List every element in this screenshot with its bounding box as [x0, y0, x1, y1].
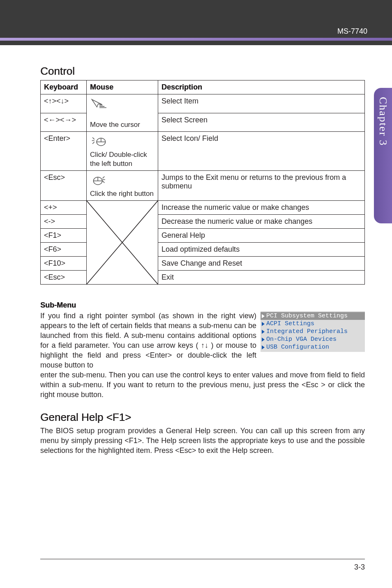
kbd-left-right: <←><→> [41, 113, 87, 132]
submenu-heading: Sub-Menu [40, 301, 365, 310]
mouse-left-click-label: Click/ Double-click the left button [90, 150, 154, 168]
submenu-example-box: PCI Subsystem Settings ACPI Settings Int… [261, 311, 365, 352]
desc-exit: Exit [158, 271, 365, 285]
svg-line-11 [103, 181, 105, 183]
table-row: <Enter> Click/ Double-click the left but… [41, 132, 365, 171]
pointer-icon [262, 330, 265, 334]
footer-rule [40, 559, 365, 560]
kbd-minus: <-> [41, 215, 87, 229]
submenu-item-usb: USB Configuration [261, 343, 365, 351]
kbd-plus: <+> [41, 201, 87, 215]
submenu-item-label: Integrated Peripherals [266, 328, 348, 335]
mouse-left-click-icon [90, 134, 109, 148]
table-row: <↑><↓> Move the cursor Select Item [41, 94, 365, 113]
mouse-cursor-cell: Move the cursor [87, 94, 158, 132]
svg-line-9 [103, 177, 105, 179]
control-table: Keyboard Mouse Description <↑><↓> Move t… [40, 80, 365, 285]
submenu-item-peripherals: Integrated Peripherals [261, 328, 365, 335]
mouse-right-click-icon [90, 173, 109, 187]
header: MS-7740 [0, 0, 392, 45]
page: MS-7740 Chapter 3 Control Keyboard Mouse… [0, 0, 392, 588]
control-heading: Control [40, 65, 365, 78]
mouse-right-click-label: Click the right button [90, 189, 154, 198]
pointer-icon [262, 345, 265, 349]
submenu-paragraph-2: enter the sub-menu. Then you can use the… [40, 370, 365, 400]
kbd-esc-2: <Esc> [41, 271, 87, 285]
desc-save-reset: Save Change and Reset [158, 257, 365, 271]
mouse-right-click-cell: Click the right button [87, 170, 158, 200]
desc-load-defaults: Load optimized defaults [158, 243, 365, 257]
desc-select-icon-field: Select Icon/ Field [158, 132, 365, 171]
general-help-paragraph: The BIOS setup program provides a Genera… [40, 426, 365, 456]
desc-general-help: General Help [158, 229, 365, 243]
kbd-f10: <F10> [41, 257, 87, 271]
submenu-item-label: On-Chip VGA Devices [266, 336, 337, 343]
desc-select-screen: Select Screen [158, 113, 365, 132]
col-description: Description [158, 80, 365, 94]
table-header-row: Keyboard Mouse Description [41, 80, 365, 94]
table-row: <+> Increase the numeric value or make c… [41, 201, 365, 215]
submenu-item-acpi: ACPI Settings [261, 320, 365, 328]
kbd-f1: <F1> [41, 229, 87, 243]
general-help-heading: General Help <F1> [40, 411, 365, 424]
kbd-f6: <F6> [41, 243, 87, 257]
no-mouse-cell [87, 201, 158, 285]
svg-line-5 [92, 142, 95, 144]
chapter-tab: Chapter 3 [374, 88, 392, 223]
mouse-move-label: Move the cursor [90, 120, 154, 129]
desc-increase: Increase the numeric value or make chang… [158, 201, 365, 215]
model-number: MS-7740 [337, 27, 367, 36]
svg-line-3 [92, 138, 95, 140]
submenu-item-label: USB Configuration [266, 344, 329, 351]
kbd-enter: <Enter> [41, 132, 87, 171]
desc-decrease: Decrease the numeric value or make chang… [158, 215, 365, 229]
header-divider [0, 38, 392, 41]
pointer-icon [262, 322, 265, 326]
kbd-up-down: <↑><↓> [41, 94, 87, 113]
chapter-tab-label: Chapter 3 [377, 97, 389, 146]
submenu-item-label: PCI Subsystem Settings [266, 312, 348, 319]
col-keyboard: Keyboard [41, 80, 87, 94]
kbd-esc-1: <Esc> [41, 170, 87, 200]
submenu-item-vga: On-Chip VGA Devices [261, 335, 365, 343]
submenu-item-label: ACPI Settings [266, 320, 314, 327]
table-row: <Esc> Click the right button Jumps to th… [41, 170, 365, 200]
cursor-move-icon [90, 97, 109, 111]
desc-select-item: Select Item [158, 94, 365, 113]
content-area: Control Keyboard Mouse Description <↑><↓… [0, 45, 392, 456]
submenu-list: PCI Subsystem Settings ACPI Settings Int… [261, 311, 365, 352]
pointer-icon [262, 314, 265, 318]
col-mouse: Mouse [87, 80, 158, 94]
desc-exit-menu: Jumps to the Exit menu or returns to the… [158, 170, 365, 200]
page-number: 3-3 [354, 563, 365, 572]
no-mouse-cross-icon [87, 201, 158, 284]
submenu-item-pci: PCI Subsystem Settings [261, 312, 365, 320]
mouse-left-click-cell: Click/ Double-click the left button [87, 132, 158, 171]
pointer-icon [262, 338, 265, 342]
